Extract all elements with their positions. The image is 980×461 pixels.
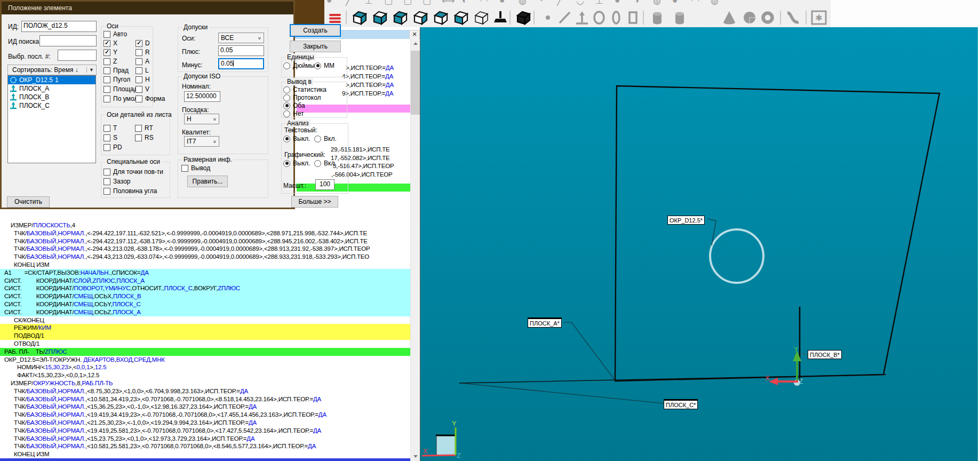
- sphere-feature-icon[interactable]: [740, 10, 759, 26]
- editor-line[interactable]: СК/КОНЕЦ: [0, 316, 410, 324]
- sheet-check-RT[interactable]: RT: [135, 124, 153, 132]
- checkbox[interactable]: [136, 96, 142, 102]
- axis-check-A[interactable]: A: [136, 58, 149, 65]
- editor-line[interactable]: ТЧК/БАЗОВЫЙ,НОРМАЛ.,<19.419,34.419,23>,<…: [0, 411, 410, 419]
- editor-line[interactable]: СИСТ. КООРДИНАТ/ПОВОРОТ,YМИНУС,ОТНОСИТ.,…: [0, 284, 410, 292]
- graph-analysis-on[interactable]: Вкл.: [314, 160, 337, 167]
- checkbox[interactable]: [135, 134, 142, 141]
- checkbox[interactable]: [103, 96, 110, 102]
- view-cube-right-icon[interactable]: [370, 10, 388, 26]
- sheet-check-S[interactable]: S: [103, 134, 117, 141]
- search-id-input[interactable]: [39, 35, 97, 46]
- close-button[interactable]: Закрыть: [290, 41, 341, 52]
- feature-list[interactable]: ОКР_D12.5 1ПЛОСК_AПЛОСК_BПЛОСК_C: [7, 75, 96, 163]
- dialog-title[interactable]: Положение элемента: [2, 2, 293, 14]
- view-cube-iso-icon[interactable]: [451, 10, 469, 26]
- list-item-плоск_b[interactable]: ПЛОСК_B: [8, 93, 95, 101]
- radio[interactable]: [283, 86, 290, 93]
- editor-line[interactable]: ТЧК/БАЗОВЫЙ,НОРМАЛ.,<-294.43,213.028,-63…: [0, 245, 410, 253]
- clear-button[interactable]: Очистить: [7, 196, 50, 208]
- graphics-view[interactable]: X Y Z X Y Z ОКР_D12.5*ПЛОСК_A*ПЛОСК_B*ПЛ…: [420, 27, 978, 461]
- fit-combo[interactable]: H∨: [184, 114, 219, 124]
- minus-input[interactable]: 0.05: [218, 58, 264, 69]
- baseline-edge[interactable]: [459, 375, 886, 383]
- editor-line[interactable]: ТЧК/БАЗОВЫЙ,НОРМАЛ.,<8.75,30,23>,<1,0,0>…: [0, 387, 410, 395]
- cone-feature-icon[interactable]: [720, 10, 738, 26]
- checkbox[interactable]: [136, 49, 142, 56]
- checkbox[interactable]: [103, 188, 110, 195]
- units-radio-Дюймы[interactable]: Дюймы: [283, 62, 315, 69]
- part-outline[interactable]: [615, 86, 939, 381]
- scroll-down-icon[interactable]: [411, 452, 420, 461]
- probe-icon[interactable]: [491, 10, 509, 26]
- special-check-0[interactable]: Для точки пов-ти: [103, 168, 163, 176]
- special-check-1[interactable]: Зазор: [103, 178, 131, 185]
- checkbox[interactable]: [136, 58, 142, 65]
- editor-line[interactable]: ТЧК/БАЗОВЫЙ,НОРМАЛ.,<10.581,25.581,23>,<…: [0, 442, 410, 450]
- create-button[interactable]: Создать: [290, 24, 341, 37]
- editor-line[interactable]: КОНЕЦ ИЗМ: [0, 261, 410, 269]
- editor-line[interactable]: ТЧК/БАЗОВЫЙ,НОРМАЛ.,<15,23.75,23>,<0,1,0…: [0, 435, 410, 443]
- radio[interactable]: [314, 160, 321, 167]
- ellipse-feature-icon[interactable]: [607, 10, 625, 26]
- scrollbar-thumb[interactable]: [411, 51, 420, 115]
- editor-line[interactable]: СИСТ. КООРДИНАТ/СМЕЩ,ОСЬX,ПЛОСК_B: [0, 292, 410, 300]
- view-cube-back-icon[interactable]: [431, 10, 449, 26]
- slot-feature-icon[interactable]: [624, 10, 642, 26]
- editor-line[interactable]: ТЧК/БАЗОВЫЙ,НОРМАЛ.,<-294.422,197.112,-6…: [0, 237, 410, 245]
- radio[interactable]: [283, 136, 290, 142]
- feature-label-_C[interactable]: ПЛОСК_C*: [664, 399, 698, 409]
- editor-line[interactable]: КОНЕЦ ИЗМ: [0, 450, 410, 458]
- checkbox[interactable]: [103, 58, 110, 65]
- checkbox[interactable]: [136, 86, 142, 93]
- circle-feature-icon[interactable]: [590, 10, 608, 26]
- checkbox[interactable]: [103, 169, 110, 176]
- axis-check-Z[interactable]: Z: [103, 58, 117, 65]
- axis-check-L[interactable]: L: [136, 67, 149, 74]
- chevron-down-icon[interactable]: ▼: [86, 67, 96, 73]
- plus-input[interactable]: 0.05: [218, 45, 264, 56]
- checkbox[interactable]: [136, 76, 142, 83]
- editor-line[interactable]: ТЧК/БАЗОВЫЙ,НОРМАЛ.,<10.581,34.419,23>,<…: [0, 395, 410, 403]
- view-cube-front-icon[interactable]: [410, 10, 428, 26]
- pattern-feature-icon[interactable]: ✱: [810, 10, 828, 26]
- checkbox[interactable]: [103, 134, 110, 141]
- checkbox[interactable]: [103, 31, 110, 38]
- axis-check-Форма[interactable]: Форма: [136, 95, 165, 102]
- editor-line[interactable]: РЕЖИМ/КИМ: [0, 324, 410, 332]
- scroll-up-icon[interactable]: [411, 39, 420, 48]
- axis-check-Y[interactable]: Y: [103, 49, 117, 56]
- checkbox[interactable]: [103, 40, 110, 47]
- curve-feature-icon[interactable]: [784, 10, 802, 26]
- editor-line[interactable]: ТЧК/БАЗОВЫЙ,НОРМАЛ.,<21.25,30,23>,<-1,0,…: [0, 419, 410, 427]
- editor-line[interactable]: ФАКТ/<15,30,23>,<0,0,1>,12.5: [0, 371, 410, 379]
- seq-input[interactable]: [58, 50, 97, 61]
- nominal-input[interactable]: 12.500000: [184, 91, 220, 102]
- editor-line[interactable]: ПОДВОД/1: [0, 332, 410, 340]
- measured-circle[interactable]: [710, 229, 763, 283]
- editor-line[interactable]: ОКР_D12.5=ЭЛ-Т/ОКРУЖН. ДЕКАРТОВ,ВХОД,СРЕ…: [0, 356, 410, 364]
- radio[interactable]: [283, 102, 290, 109]
- editor-line[interactable]: ТЧК/БАЗОВЫЙ,НОРМАЛ.,<-294.43,213.029,-63…: [0, 253, 410, 261]
- output-radio-Оба[interactable]: Оба: [283, 102, 305, 109]
- torus-feature-icon[interactable]: [759, 10, 777, 26]
- axis-check-Пугол[interactable]: Пугол: [103, 76, 130, 83]
- axis-check-V[interactable]: V: [136, 85, 149, 93]
- editor-line[interactable]: СИСТ. КООРДИНАТ/СЛОЙ,ZПЛЮС,ПЛОСК_A: [0, 277, 410, 285]
- id-input[interactable]: ПОЛОЖ_d12.5: [21, 21, 97, 32]
- session-list-icon[interactable]: [326, 10, 345, 26]
- checkbox[interactable]: [136, 67, 142, 74]
- sheet-check-RS[interactable]: RS: [135, 134, 154, 141]
- view-cube-left-icon[interactable]: [349, 10, 368, 26]
- output-radio-Статистика[interactable]: Статистика: [283, 86, 326, 93]
- editor-line[interactable]: ОТВОД/1: [0, 340, 410, 348]
- radio[interactable]: [314, 136, 321, 142]
- axis-check-D[interactable]: D: [136, 39, 150, 47]
- cylinder-feature-icon[interactable]: [648, 10, 666, 26]
- units-radio-ММ[interactable]: ММ: [314, 62, 334, 69]
- checkbox[interactable]: [103, 178, 110, 185]
- list-item-плоск_a[interactable]: ПЛОСК_A: [8, 84, 95, 93]
- output-radio-Нет[interactable]: Нет: [283, 110, 304, 117]
- editor-line[interactable]: ИЗМЕР/ПЛОСКОСТЬ,4: [0, 221, 410, 229]
- list-item-плоск_c[interactable]: ПЛОСК_C: [8, 101, 95, 110]
